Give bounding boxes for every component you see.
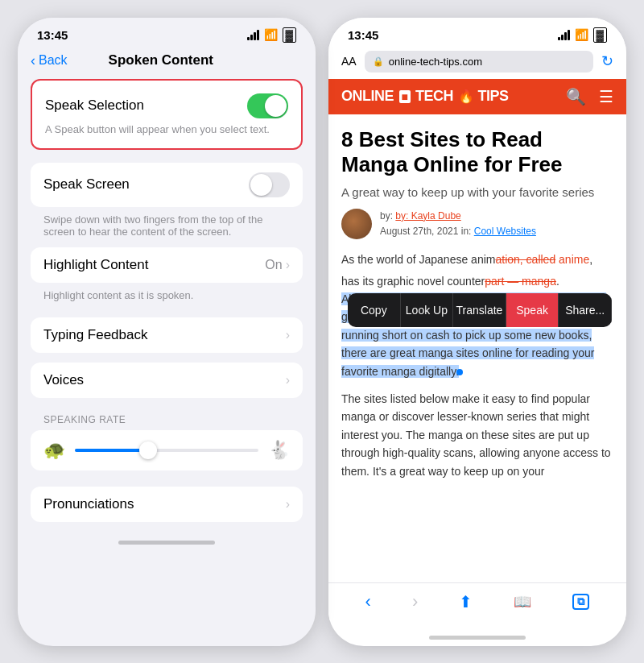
speak-screen-row: Speak Screen: [31, 163, 303, 207]
voices-value: ›: [286, 373, 290, 387]
highlight-content-group: Highlight Content On ›: [31, 247, 303, 283]
left-time: 13:45: [37, 28, 68, 42]
typing-feedback-value: ›: [286, 328, 290, 342]
logo-text3: TIPS: [478, 88, 509, 104]
logo-text: ONLINE: [341, 88, 394, 104]
wifi-icon: 📶: [264, 28, 278, 41]
battery-icon: ▓: [283, 27, 296, 43]
refresh-button[interactable]: ↻: [601, 52, 613, 70]
speak-screen-toggle[interactable]: [249, 172, 290, 197]
text-pre: As the world of Japanese anim: [341, 253, 495, 266]
browser-url-bar: AA 🔒 online-tech-tips.com ↻: [328, 46, 626, 79]
site-nav-icons: 🔍 ☰: [566, 87, 613, 106]
speak-selection-label: Speak Selection: [45, 97, 144, 114]
right-status-bar: 13:45 📶 ▓: [328, 18, 626, 46]
pronunciations-row[interactable]: Pronunciations ›: [31, 487, 303, 522]
author-row: by: by: Kayla Dube August 27th, 2021 in:…: [341, 209, 613, 239]
menu-icon[interactable]: ☰: [599, 87, 613, 106]
speaking-rate-section: SPEAKING RATE: [18, 401, 316, 430]
back-nav-button[interactable]: ‹: [365, 591, 371, 612]
slider-thumb[interactable]: [139, 441, 157, 459]
share-button[interactable]: ⬆: [459, 592, 473, 611]
logo-text2: TECH: [415, 88, 453, 104]
pronunciations-label: Pronunciations: [43, 496, 134, 512]
left-phone: 13:45 📶 ▓ ‹ Back Spoken Content: [18, 18, 316, 646]
context-speak[interactable]: Speak: [506, 293, 559, 327]
author-byline: by: by: Kayla Dube: [380, 209, 536, 224]
right-phone: 13:45 📶 ▓ AA 🔒 online-tech-tips.com ↻: [328, 18, 626, 646]
text-orange: anime: [555, 253, 589, 266]
speaking-rate-row: 🐢 🐇: [31, 430, 303, 470]
speak-selection-card: Speak Selection A Speak button will appe…: [31, 79, 303, 150]
back-chevron-icon: ‹: [31, 52, 35, 69]
highlight-content-value-text: On: [265, 258, 282, 272]
speak-screen-label: Speak Screen: [43, 176, 130, 193]
right-wifi-icon: 📶: [575, 28, 588, 41]
text-strikethrough: ation, called: [495, 253, 555, 266]
speak-screen-description: Swipe down with two fingers from the top…: [31, 210, 303, 247]
search-icon[interactable]: 🔍: [566, 87, 586, 106]
highlight-chevron-icon: ›: [286, 258, 290, 272]
pronunciations-chevron-icon: ›: [286, 497, 290, 512]
highlight-content-description: Highlight content as it is spoken.: [31, 286, 303, 311]
fast-speed-icon: 🐇: [268, 440, 290, 461]
voices-group: Voices ›: [31, 363, 303, 398]
tabs-button[interactable]: ⧉: [572, 594, 589, 610]
right-home-indicator: [328, 620, 626, 646]
left-nav-bar: ‹ Back Spoken Content: [18, 46, 316, 79]
text-para2-end: .: [556, 275, 559, 288]
right-time: 13:45: [348, 28, 378, 42]
author-date: August 27th, 2021 in: Cool Websites: [380, 224, 536, 239]
text-block: As the world of Japanese animation, call…: [341, 251, 613, 380]
bookmarks-button[interactable]: 📖: [514, 593, 531, 611]
highlight-content-value: On ›: [265, 258, 290, 272]
second-paragraph: The sites listed below make it easy to f…: [341, 390, 613, 480]
back-label[interactable]: Back: [39, 53, 68, 68]
context-menu: Copy Look Up Translate Speak Share...: [348, 293, 612, 327]
back-button[interactable]: ‹ Back: [31, 52, 68, 69]
url-field[interactable]: 🔒 online-tech-tips.com: [365, 51, 593, 73]
context-translate[interactable]: Translate: [453, 293, 506, 327]
author-category[interactable]: Cool Websites: [474, 226, 536, 237]
aa-button[interactable]: AA: [341, 55, 357, 68]
text-para2-strike: part — manga: [485, 275, 556, 288]
site-logo: ONLINE ■ TECH 🔥 TIPS: [341, 88, 509, 105]
typing-feedback-label: Typing Feedback: [43, 327, 147, 343]
speak-selection-description: A Speak button will appear when you sele…: [45, 123, 288, 135]
context-lookup[interactable]: Look Up: [401, 293, 454, 327]
author-avatar: [341, 209, 372, 239]
url-text: online-tech-tips.com: [389, 56, 482, 68]
highlight-content-row[interactable]: Highlight Content On ›: [31, 247, 303, 283]
right-status-icons: 📶 ▓: [558, 27, 607, 43]
highlight-content-label: Highlight Content: [43, 257, 148, 273]
forward-nav-button[interactable]: ›: [412, 591, 418, 612]
text-post: ,: [589, 253, 592, 266]
voices-row[interactable]: Voices ›: [31, 363, 303, 398]
page-title: Spoken Content: [68, 52, 254, 68]
context-share[interactable]: Share...: [559, 293, 612, 327]
right-battery-icon: ▓: [593, 27, 607, 43]
home-bar: [118, 541, 215, 545]
typing-feedback-chevron-icon: ›: [286, 328, 290, 342]
home-indicator: [18, 525, 316, 551]
context-copy[interactable]: Copy: [348, 293, 401, 327]
voices-chevron-icon: ›: [286, 373, 290, 387]
speak-selection-row: Speak Selection: [45, 93, 288, 118]
logo-flame: 🔥: [458, 89, 474, 103]
voices-label: Voices: [43, 372, 84, 388]
lock-icon: 🔒: [373, 56, 384, 67]
site-header: ONLINE ■ TECH 🔥 TIPS 🔍 ☰: [328, 79, 626, 114]
right-home-bar: [429, 636, 526, 640]
slider-fill: [75, 449, 148, 452]
pronunciations-value: ›: [286, 497, 290, 512]
left-status-bar: 13:45 📶 ▓: [18, 18, 316, 46]
speaking-rate-slider[interactable]: [75, 449, 258, 452]
typing-feedback-row[interactable]: Typing Feedback ›: [31, 317, 303, 353]
speak-selection-toggle[interactable]: [247, 93, 288, 118]
right-signal-bars-icon: [558, 30, 570, 40]
browser-bottom-bar: ‹ › ⬆ 📖 ⧉: [328, 582, 626, 620]
signal-bars-icon: [247, 30, 259, 40]
article-title: 8 Best Sites to Read Manga Online for Fr…: [341, 127, 613, 177]
author-name[interactable]: by: Kayla Dube: [395, 210, 460, 222]
text-para2-pre: has its graphic novel counter: [341, 275, 485, 288]
